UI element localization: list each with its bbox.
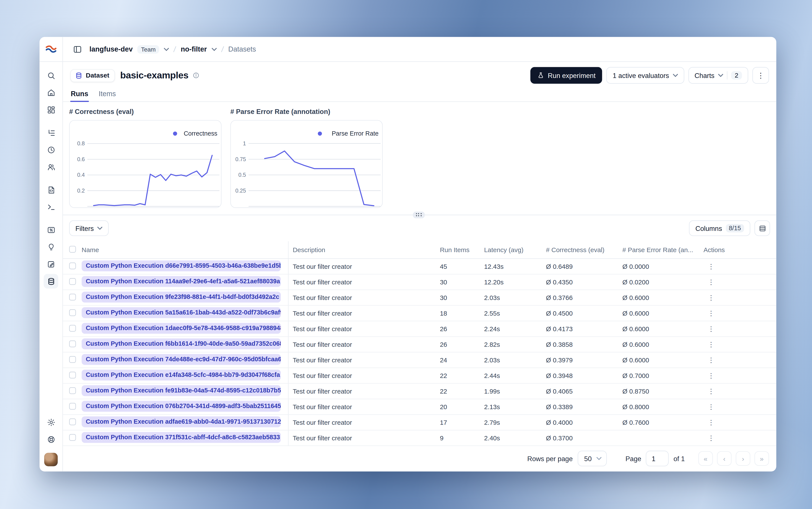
page-number-input[interactable]: [646, 451, 669, 466]
column-header-name[interactable]: Name: [82, 246, 288, 253]
run-name-link[interactable]: Custom Python Execution 9fe23f98-881e-44…: [82, 291, 281, 302]
row-checkbox[interactable]: [69, 434, 76, 441]
run-description: Test our filter creator: [288, 415, 440, 430]
filters-button[interactable]: Filters: [69, 220, 109, 236]
lightbulb-icon: [46, 243, 56, 251]
page-label: Page: [625, 455, 641, 463]
row-checkbox[interactable]: [69, 294, 76, 300]
column-header-correctness[interactable]: # Correctness (eval): [546, 246, 622, 253]
columns-button[interactable]: Columns 8/15: [689, 220, 750, 236]
run-name-link[interactable]: Custom Python Execution d66e7991-8595-45…: [82, 260, 281, 271]
row-actions-button[interactable]: ⋮: [701, 387, 714, 395]
sidebar-item-annotation[interactable]: [44, 257, 58, 271]
latency-value: 2.79s: [484, 419, 546, 426]
run-items-value: 45: [440, 263, 484, 270]
resize-drag-handle[interactable]: [413, 212, 425, 218]
run-description: Test our filter creator: [288, 259, 440, 274]
rows-per-page-select[interactable]: 50: [578, 451, 607, 466]
next-page-button[interactable]: ›: [736, 451, 750, 466]
column-header-run-items[interactable]: Run Items: [440, 246, 484, 253]
row-actions-button[interactable]: ⋮: [701, 263, 714, 270]
row-checkbox[interactable]: [69, 309, 76, 316]
sidebar-item-home[interactable]: [44, 86, 58, 100]
chevron-down-icon[interactable]: [164, 48, 169, 51]
row-checkbox[interactable]: [69, 356, 76, 363]
sidebar-item-users[interactable]: [44, 160, 58, 174]
row-checkbox[interactable]: [69, 340, 76, 347]
sidebar-item-support[interactable]: [44, 432, 58, 446]
row-checkbox[interactable]: [69, 403, 76, 409]
parse-error-rate-value: Ø 0.6000: [622, 309, 701, 317]
run-name-link[interactable]: Custom Python Execution 371f531c-abff-4d…: [82, 432, 281, 442]
row-checkbox[interactable]: [69, 418, 76, 425]
row-checkbox[interactable]: [69, 262, 76, 269]
correctness-value: Ø 0.3389: [546, 403, 622, 410]
first-page-button[interactable]: «: [698, 451, 713, 466]
sidebar-item-sessions[interactable]: [44, 142, 58, 157]
run-experiment-button[interactable]: Run experiment: [530, 67, 602, 84]
chevron-down-icon: [98, 227, 103, 230]
database-icon: [75, 71, 83, 79]
sidebar-toggle-button[interactable]: [70, 42, 85, 56]
column-header-parse-error-rate[interactable]: # Parse Error Rate (an...: [622, 246, 701, 253]
run-name-link[interactable]: Custom Python Execution f6bb1614-1f90-40…: [82, 338, 281, 349]
info-icon[interactable]: [193, 72, 200, 79]
row-height-button[interactable]: [754, 220, 770, 236]
row-actions-button[interactable]: ⋮: [701, 418, 714, 426]
sidebar-item-prompts[interactable]: [44, 182, 58, 197]
sidebar-item-dashboards[interactable]: [44, 102, 58, 117]
run-name-link[interactable]: Custom Python Execution 1daec0f9-5e78-43…: [82, 323, 281, 333]
runs-table: Name Description Run Items Latency (avg)…: [63, 241, 776, 472]
row-actions-button[interactable]: ⋮: [701, 372, 714, 379]
row-actions-button[interactable]: ⋮: [701, 325, 714, 333]
row-actions-button[interactable]: ⋮: [701, 356, 714, 364]
row-actions-button[interactable]: ⋮: [701, 309, 714, 317]
sidebar-item-datasets[interactable]: [44, 274, 58, 289]
row-actions-button[interactable]: ⋮: [701, 403, 714, 411]
parse-error-rate-value: Ø 0.6000: [622, 356, 701, 364]
tab-items[interactable]: Items: [98, 88, 116, 101]
run-name-link[interactable]: Custom Python Execution fe91b83e-04a5-47…: [82, 385, 281, 396]
sidebar-item-tracing[interactable]: [44, 125, 58, 140]
correctness-value: Ø 0.4065: [546, 387, 622, 395]
langfuse-logo[interactable]: [39, 37, 63, 61]
row-checkbox[interactable]: [69, 325, 76, 331]
charts-toggle-button[interactable]: Charts 2: [688, 67, 748, 84]
svg-text:0.2: 0.2: [77, 188, 85, 194]
last-page-button[interactable]: »: [754, 451, 769, 466]
row-checkbox[interactable]: [69, 371, 76, 378]
sidebar-item-evaluators[interactable]: [44, 240, 58, 254]
run-name-link[interactable]: Custom Python Execution adfae619-abb0-4d…: [82, 416, 281, 427]
column-header-latency[interactable]: Latency (avg): [484, 246, 546, 253]
run-name-link[interactable]: Custom Python Execution 5a15a616-1bab-44…: [82, 307, 281, 318]
user-avatar[interactable]: [44, 453, 58, 466]
sidebar-item-scores[interactable]: [44, 223, 58, 237]
project-name[interactable]: no-filter: [181, 45, 207, 53]
run-name-link[interactable]: Custom Python Execution 076b2704-341d-48…: [82, 401, 281, 411]
row-checkbox[interactable]: [69, 387, 76, 394]
row-actions-button[interactable]: ⋮: [701, 434, 714, 442]
run-name-link[interactable]: Custom Python Execution 114aa9ef-29e6-4e…: [82, 276, 281, 286]
select-all-checkbox[interactable]: [69, 246, 76, 252]
row-actions-button[interactable]: ⋮: [701, 294, 714, 302]
previous-page-button[interactable]: ‹: [717, 451, 732, 466]
sidebar-item-search[interactable]: [44, 68, 58, 82]
row-checkbox[interactable]: [69, 278, 76, 284]
sidebar-item-playground[interactable]: [44, 200, 58, 214]
org-name[interactable]: langfuse-dev: [90, 45, 133, 53]
column-header-description[interactable]: Description: [288, 241, 440, 259]
active-evaluators-button[interactable]: 1 active evaluators: [606, 67, 684, 84]
tab-runs[interactable]: Runs: [70, 88, 89, 101]
row-actions-button[interactable]: ⋮: [701, 340, 714, 348]
more-actions-button[interactable]: ⋮: [752, 67, 769, 84]
run-description: Test our filter creator: [288, 321, 440, 336]
svg-text:1: 1: [243, 140, 246, 146]
sidebar-nav: [44, 68, 58, 291]
breadcrumb-section[interactable]: Datasets: [228, 45, 256, 53]
run-name-link[interactable]: Custom Python Execution e14fa348-5cfc-49…: [82, 369, 281, 380]
chevron-down-icon[interactable]: [211, 48, 217, 51]
run-name-link[interactable]: Custom Python Execution 74de488e-ec9d-47…: [82, 354, 281, 365]
sidebar-item-settings[interactable]: [44, 415, 58, 429]
latency-value: 2.03s: [484, 356, 546, 364]
row-actions-button[interactable]: ⋮: [701, 278, 714, 286]
